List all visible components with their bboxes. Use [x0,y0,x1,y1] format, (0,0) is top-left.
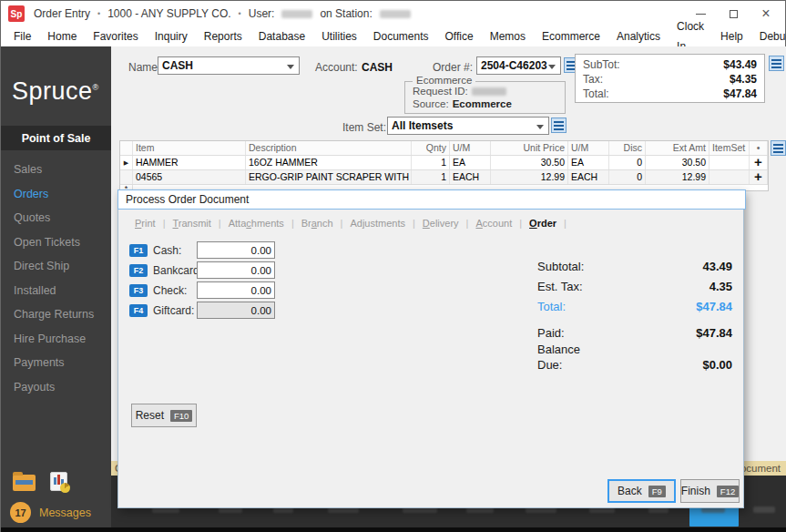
reset-button[interactable]: ResetF10 [131,404,197,427]
finish-button[interactable]: FinishF12 [680,479,740,503]
menu-utilities[interactable]: Utilities [313,26,365,46]
sidebar-quick-icons [13,472,67,491]
sidebar: Spruce® Point of Sale SalesOrdersQuotesO… [1,46,111,532]
f12-key-badge: F12 [717,486,739,497]
menu-memos[interactable]: Memos [482,26,534,46]
menu-help[interactable]: Help [712,26,751,46]
row-selector-header [120,141,133,155]
report-chart-icon[interactable] [50,472,67,491]
total-label: Total: [537,300,566,313]
add-row-icon[interactable]: + [750,156,768,169]
sidebar-item-installed[interactable]: Installed [1,279,111,303]
totals-label: Total: [583,87,609,101]
tab-attachments[interactable]: Attachments [227,218,286,229]
sidebar-item-quotes[interactable]: Quotes [1,206,111,230]
user-name-redacted [281,10,312,18]
add-row-icon[interactable]: + [750,170,768,184]
messages-item[interactable]: 17 Messages [10,502,91,523]
column-header-itemset: ItemSet [709,141,750,155]
tab-adjustments[interactable]: Adjustments [348,218,407,229]
tab-branch[interactable]: Branch [300,218,335,229]
process-order-dialog: Process Order Document Print|Transmit|At… [117,189,744,508]
sidebar-item-sales[interactable]: Sales [1,158,111,182]
itemset-combobox[interactable]: All Itemsets [387,117,549,135]
cell-um: EA [450,156,491,169]
sidebar-item-payouts[interactable]: Payouts [1,375,111,400]
name-label: Name: [128,61,160,74]
menu-favorites[interactable]: Favorites [85,26,146,46]
sidebar-item-hire-purchase[interactable]: Hire Purchase [1,327,111,352]
name-combobox[interactable]: CASH [158,56,300,75]
cell-qnty: 1 [412,156,450,169]
cell-itemset [709,170,750,184]
sidebar-item-orders[interactable]: Orders [1,182,111,207]
tab-separator: | [466,218,469,229]
account-value: CASH [362,61,393,74]
menu-office[interactable]: Office [437,26,482,46]
cell-itemset [709,156,750,169]
app-logo-icon: Sp [8,5,25,22]
subtotal-label: Subtotal: [537,260,584,273]
totals-menu-icon[interactable] [769,56,784,71]
menu-home[interactable]: Home [39,26,85,46]
cell-qnty: 1 [412,170,450,184]
menu-debug[interactable]: Debug [751,26,786,46]
sidebar-item-open-tickets[interactable]: Open Tickets [1,230,111,255]
totals-value: $4.35 [730,72,757,87]
giftcard-amount-input [197,302,275,319]
chevron-down-icon [548,65,556,69]
tab-transmit[interactable]: Transmit [170,218,212,229]
order-totals-box: SubTot:$43.49Tax:$4.35Total:$47.84 [575,54,765,103]
cell-description: ERGO-GRIP PAINT SCRAPER WITH [246,170,412,184]
cash-amount-input[interactable] [197,241,275,259]
cell-item: HAMMER [133,156,246,169]
menu-documents[interactable]: Documents [365,26,437,46]
itemset-label: Item Set: [342,121,386,134]
back-button[interactable]: BackF9 [607,479,676,503]
cell-um2: EA [568,156,609,169]
sidebar-item-charge-returns[interactable]: Charge Returns [1,302,111,327]
bankcard-amount-input[interactable] [197,261,275,279]
messages-label: Messages [39,506,91,519]
window-bottom-edge [1,527,786,532]
table-row[interactable]: 04565ERGO-GRIP PAINT SCRAPER WITH1EACH12… [120,170,768,185]
menu-file[interactable]: File [5,26,39,46]
tab-delivery[interactable]: Delivery [421,218,461,229]
menu-analytics[interactable]: Analytics [608,26,669,46]
tab-print[interactable]: Print [133,218,158,229]
paid-label: Paid: [537,326,565,340]
menu-reports[interactable]: Reports [196,26,250,46]
f10-key-badge: F10 [170,410,192,422]
order-number-combobox[interactable]: 2504-C46203 [476,56,561,75]
cell-ext-amt: 30.50 [646,156,709,169]
close-button[interactable]: × [760,7,772,20]
folder-icon[interactable] [13,475,36,491]
column-header-disc: Disc [609,141,646,155]
check-amount-input[interactable] [197,281,275,299]
grid-menu-icon[interactable] [771,140,786,156]
subtotal-value: 43.49 [623,260,732,273]
tab-account[interactable]: Account [474,218,514,229]
cell-disc: 0 [609,170,646,184]
column-header-um: U/M [450,141,491,155]
menu-ecommerce[interactable]: Ecommerce [534,26,608,46]
cell-um2: EACH [568,170,609,184]
tab-separator: | [519,218,522,229]
request-id-row: Request ID: [413,86,506,97]
station-name-redacted [380,10,411,18]
tab-order[interactable]: Order [527,218,558,229]
itemset-menu-icon[interactable] [551,118,567,133]
column-header-qnty: Qnty [412,141,450,155]
messages-count-badge: 17 [10,502,31,523]
order-items-table[interactable]: ItemDescriptionQntyU/MUnit PriceU/MDiscE… [119,140,769,191]
sidebar-item-direct-ship[interactable]: Direct Ship [1,254,111,279]
menu-database[interactable]: Database [250,26,313,46]
cell-um: EACH [450,170,491,184]
table-row[interactable]: ▶HAMMER16OZ HAMMER1EA30.50EA030.50+ [120,156,768,170]
f2-key-badge: F2 [129,264,148,277]
title-separator: • [239,9,241,18]
sidebar-item-payments[interactable]: Payments [1,351,111,375]
menu-inquiry[interactable]: Inquiry [147,26,196,46]
maximize-button[interactable] [727,7,740,20]
f3-key-badge: F3 [129,284,148,297]
